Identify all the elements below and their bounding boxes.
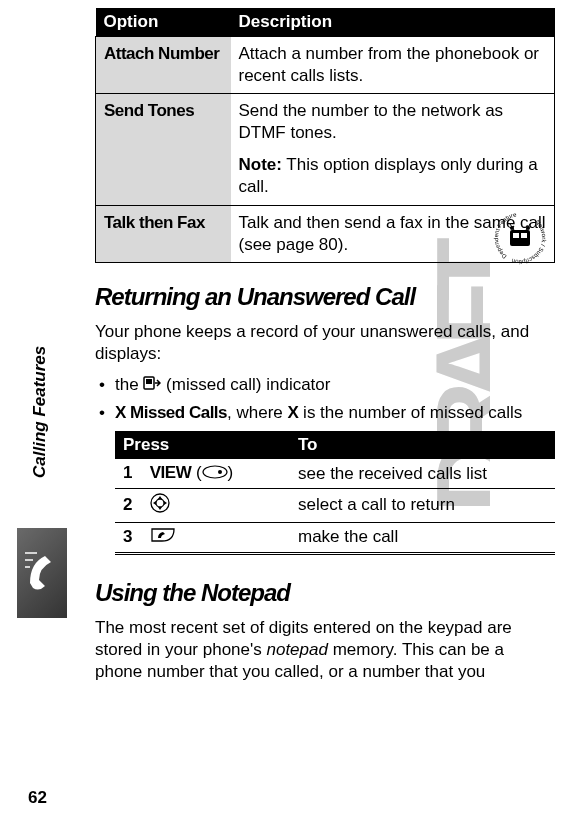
svg-point-15 (203, 466, 227, 478)
table-row: Attach Number Attach a number from the p… (96, 37, 555, 94)
network-feature-icon: Network / Subscription Dependent Feature (490, 208, 550, 268)
press-cell: 1 VIEW () (115, 459, 290, 488)
table-row: Send Tones Send the number to the networ… (96, 94, 555, 205)
page-number: 62 (28, 788, 47, 808)
svg-rect-8 (513, 233, 519, 238)
svg-point-16 (218, 470, 222, 474)
table-row: 2 select a call to return (115, 488, 555, 522)
opt-desc: Send the number to the network as DTMF t… (231, 94, 555, 205)
svg-rect-9 (521, 233, 527, 238)
opt-desc: Talk and then send a fax in the same cal… (231, 205, 555, 262)
table-row: 3 make the call (115, 522, 555, 553)
press-cell: 2 (115, 488, 290, 522)
bullet-item: the (missed call) indicator (115, 375, 555, 396)
missed-call-icon (143, 375, 161, 395)
opt-label: Attach Number (104, 44, 219, 63)
opt-col-header: Option (96, 8, 231, 37)
steps-table: Press To 1 VIEW () see the received call… (115, 431, 555, 555)
opt-label: Send Tones (104, 101, 194, 120)
softkey-right-icon (202, 464, 228, 484)
bullet-item: X Missed Calls, where X is the number of… (115, 403, 555, 423)
section-heading: Returning an Unanswered Call (95, 283, 555, 311)
opt-label: Talk then Fax (104, 213, 205, 232)
opt-desc: Attach a number from the phonebook or re… (231, 37, 555, 94)
section-heading: Using the Notepad (95, 579, 555, 607)
press-cell: 3 (115, 522, 290, 553)
section-tab-icon (17, 528, 67, 618)
press-col-header: Press (115, 431, 290, 459)
send-key-icon (150, 527, 176, 548)
to-cell: make the call (290, 522, 555, 553)
intro-paragraph: Your phone keeps a record of your unansw… (95, 321, 555, 365)
to-cell: select a call to return (290, 488, 555, 522)
options-table: Option Description Attach Number Attach … (95, 8, 555, 263)
table-row: Talk then Fax Talk and then send a fax i… (96, 205, 555, 262)
notepad-paragraph: The most recent set of digits entered on… (95, 617, 555, 683)
to-col-header: To (290, 431, 555, 459)
svg-rect-14 (146, 379, 152, 384)
nav-key-icon (150, 493, 170, 518)
desc-col-header: Description (231, 8, 555, 37)
table-row: 1 VIEW () see the received calls list (115, 459, 555, 488)
section-tab-label: Calling Features (30, 186, 50, 318)
svg-point-18 (156, 499, 164, 507)
to-cell: see the received calls list (290, 459, 555, 488)
